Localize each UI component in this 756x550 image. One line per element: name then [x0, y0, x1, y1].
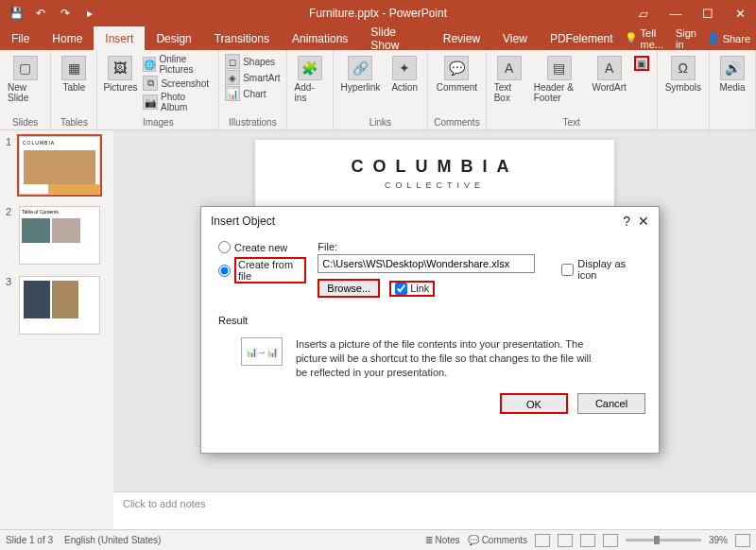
- undo-icon[interactable]: ↶: [30, 3, 51, 24]
- wordart-button[interactable]: A WordArt: [593, 54, 627, 95]
- zoom-slider[interactable]: [626, 539, 701, 541]
- tab-view[interactable]: View: [491, 26, 539, 50]
- ok-button[interactable]: OK: [500, 393, 568, 414]
- tab-file[interactable]: File: [0, 26, 41, 50]
- reading-view-icon[interactable]: [580, 534, 595, 547]
- symbols-button[interactable]: Ω Symbols: [663, 54, 703, 95]
- share-label: Share: [723, 33, 750, 44]
- display-as-icon-checkbox[interactable]: Display as icon: [561, 241, 642, 298]
- browse-button[interactable]: Browse...: [318, 279, 380, 298]
- table-button[interactable]: ▦ Table: [57, 54, 91, 95]
- textbox-button[interactable]: A Text Box: [492, 54, 526, 105]
- normal-view-icon[interactable]: [535, 534, 550, 547]
- header-footer-button[interactable]: ▤ Header & Footer: [532, 54, 587, 105]
- redo-icon[interactable]: ↷: [55, 3, 76, 24]
- language-status[interactable]: English (United States): [64, 535, 161, 545]
- save-icon[interactable]: 💾: [6, 3, 26, 24]
- display-as-icon-input[interactable]: [561, 264, 574, 276]
- create-from-file-radio[interactable]: Create from file: [218, 257, 306, 284]
- sorter-view-icon[interactable]: [558, 534, 573, 547]
- slideshow-view-icon[interactable]: [603, 534, 618, 547]
- notes-pane[interactable]: Click to add notes: [113, 491, 756, 529]
- result-description: Inserts a picture of the file contents i…: [296, 337, 598, 380]
- thumbnail-1[interactable]: 1 COLUMBIA: [0, 136, 113, 195]
- object-button[interactable]: ▣: [632, 54, 651, 73]
- comment-button[interactable]: 💬 Comment: [435, 54, 479, 95]
- create-from-file-radio-input[interactable]: [218, 265, 231, 277]
- illustrations-stack: ◻Shapes ◈SmartArt 📊Chart: [225, 54, 280, 101]
- online-pictures-icon: 🌐: [143, 57, 156, 72]
- shapes-button[interactable]: ◻Shapes: [225, 54, 280, 69]
- action-button[interactable]: ✦ Action: [387, 54, 421, 95]
- dialog-buttons: OK Cancel: [201, 387, 659, 423]
- group-links-label: Links: [369, 117, 391, 128]
- dialog-title-bar: Insert Object ? ✕: [201, 207, 659, 235]
- result-icon: 📊→📊: [241, 337, 283, 366]
- tab-pdfelement[interactable]: PDFelement: [539, 26, 625, 50]
- new-slide-label: New Slide: [8, 82, 43, 103]
- tab-slideshow[interactable]: Slide Show: [359, 26, 431, 50]
- ribbon-options-icon[interactable]: ▱: [627, 0, 660, 26]
- comment-label: Comment: [437, 82, 477, 93]
- slide-subtitle: COLLECTIVE: [255, 180, 614, 190]
- tab-review[interactable]: Review: [432, 26, 491, 50]
- dialog-close-icon[interactable]: ✕: [638, 214, 649, 229]
- smartart-button[interactable]: ◈SmartArt: [225, 70, 280, 85]
- create-new-radio-input[interactable]: [218, 241, 231, 253]
- tab-design[interactable]: Design: [145, 26, 202, 50]
- tab-insert[interactable]: Insert: [94, 26, 145, 50]
- ribbon: ▢ New Slide Slides ▦ Table Tables 🖼 Pict…: [0, 50, 756, 130]
- close-icon[interactable]: ✕: [724, 0, 756, 26]
- symbols-icon: Ω: [671, 56, 696, 80]
- start-from-beginning-icon[interactable]: ▸: [79, 3, 100, 24]
- thumbnail-2[interactable]: 2 Table of Contents: [0, 206, 113, 265]
- hyperlink-button[interactable]: 🔗 Hyperlink: [339, 54, 383, 95]
- addins-button[interactable]: 🧩 Add-ins: [293, 54, 327, 105]
- thumb-number: 3: [6, 276, 15, 335]
- tab-animations[interactable]: Animations: [281, 26, 359, 50]
- status-bar: Slide 1 of 3 English (United States) ≣ N…: [0, 529, 756, 550]
- tab-home[interactable]: Home: [41, 26, 94, 50]
- lightbulb-icon: 💡: [625, 32, 638, 44]
- pictures-label: Pictures: [103, 82, 137, 93]
- tell-me[interactable]: 💡Tell me...: [625, 27, 670, 50]
- fit-to-window-icon[interactable]: [735, 534, 750, 547]
- cancel-button[interactable]: Cancel: [577, 393, 645, 414]
- new-slide-button[interactable]: ▢ New Slide: [6, 54, 44, 105]
- notes-toggle[interactable]: ≣ Notes: [425, 535, 460, 545]
- group-links: 🔗 Hyperlink ✦ Action Links: [334, 50, 429, 129]
- media-button[interactable]: 🔊 Media: [715, 54, 749, 95]
- link-checkbox[interactable]: Link: [389, 281, 435, 297]
- wordart-label: WordArt: [592, 82, 627, 93]
- group-tables-label: Tables: [60, 117, 88, 128]
- header-footer-label: Header & Footer: [534, 82, 585, 103]
- insert-object-dialog: Insert Object ? ✕ Create new Create from…: [200, 206, 660, 454]
- file-path-input[interactable]: [318, 254, 535, 273]
- zoom-percent[interactable]: 39%: [709, 535, 728, 545]
- share-button[interactable]: 👤Share: [707, 32, 750, 44]
- slide-thumbnails-panel: 1 COLUMBIA 2 Table of Contents 3: [0, 130, 113, 529]
- link-checkbox-input[interactable]: [395, 283, 407, 295]
- sign-in[interactable]: Sign in: [676, 27, 701, 50]
- hyperlink-icon: 🔗: [348, 56, 372, 80]
- tab-transitions[interactable]: Transitions: [203, 26, 281, 50]
- comments-toggle[interactable]: 💬 Comments: [468, 535, 527, 545]
- group-text-label: Text: [562, 117, 579, 128]
- result-section: Result 📊→📊 Inserts a picture of the file…: [218, 315, 642, 380]
- help-icon[interactable]: ?: [623, 214, 630, 229]
- media-label: Media: [719, 82, 745, 93]
- online-pictures-button[interactable]: 🌐Online Pictures: [143, 54, 213, 75]
- photo-album-button[interactable]: 📷Photo Album: [143, 92, 213, 112]
- screenshot-button[interactable]: ⧉Screenshot: [143, 76, 213, 91]
- create-new-radio[interactable]: Create new: [218, 241, 306, 253]
- action-label: Action: [391, 82, 418, 93]
- chart-button[interactable]: 📊Chart: [225, 86, 280, 101]
- pictures-button[interactable]: 🖼 Pictures: [103, 54, 137, 95]
- maximize-icon[interactable]: ☐: [692, 0, 724, 26]
- smartart-icon: ◈: [225, 70, 240, 85]
- images-stack: 🌐Online Pictures ⧉Screenshot 📷Photo Albu…: [143, 54, 213, 112]
- table-label: Table: [62, 82, 85, 93]
- dialog-title: Insert Object: [211, 215, 275, 228]
- minimize-icon[interactable]: —: [660, 0, 692, 26]
- thumbnail-3[interactable]: 3: [0, 276, 113, 335]
